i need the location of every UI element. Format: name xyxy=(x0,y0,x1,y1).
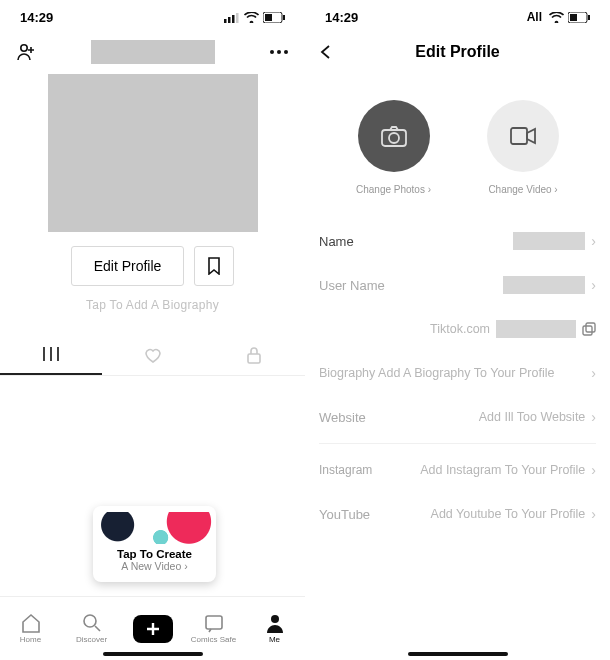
chevron-right-icon: › xyxy=(591,365,596,381)
inbox-icon xyxy=(204,613,224,633)
row-website[interactable]: Website Add Ill Too Website› xyxy=(319,395,596,439)
video-icon xyxy=(487,100,559,172)
value-name-redacted xyxy=(513,232,585,250)
edit-profile-screen: 14:29 All Edit Profile Change Photos › C… xyxy=(305,0,610,660)
svg-point-7 xyxy=(21,45,27,51)
copy-icon[interactable] xyxy=(582,322,596,336)
edit-profile-button[interactable]: Edit Profile xyxy=(71,246,185,286)
label-instagram: Instagram xyxy=(319,463,372,477)
label-tiktok: Tiktok.com xyxy=(430,322,490,336)
profile-header xyxy=(0,34,305,70)
nav-discover-label: Discover xyxy=(76,635,107,644)
value-tiktok-redacted xyxy=(496,320,576,338)
row-youtube[interactable]: YouTube Add Youtube To Your Profile› xyxy=(319,492,596,536)
svg-rect-5 xyxy=(265,14,272,21)
more-icon[interactable] xyxy=(269,49,289,55)
battery-icon xyxy=(263,12,285,23)
page-title: Edit Profile xyxy=(305,43,610,61)
row-name[interactable]: Name › xyxy=(319,219,596,263)
nav-discover[interactable]: Discover xyxy=(67,613,117,644)
battery-icon xyxy=(568,12,590,23)
person-icon xyxy=(266,613,284,633)
tab-private[interactable] xyxy=(203,334,305,375)
nav-me[interactable]: Me xyxy=(250,613,300,644)
divider xyxy=(319,443,596,444)
camera-icon xyxy=(358,100,430,172)
chevron-right-icon: › xyxy=(591,233,596,249)
svg-rect-0 xyxy=(224,19,227,23)
chevron-right-icon: › xyxy=(591,462,596,478)
media-pickers: Change Photos › Change Video › xyxy=(305,100,610,195)
tab-posts[interactable] xyxy=(0,334,102,375)
add-user-icon[interactable] xyxy=(16,42,36,62)
profile-media-redacted xyxy=(48,74,258,232)
nav-inbox[interactable]: Comics Safe xyxy=(189,613,239,644)
form-rows: Name › User Name › Tiktok.com Biography … xyxy=(305,219,610,439)
value-username-redacted xyxy=(503,276,585,294)
status-icons xyxy=(224,12,285,23)
row-biography[interactable]: Biography Add A Biography To Your Profil… xyxy=(319,351,596,395)
change-video-label: Change Video › xyxy=(488,184,557,195)
label-youtube: YouTube xyxy=(319,507,370,522)
value-bio: Add A Biography To Your Profile xyxy=(378,366,554,380)
add-bio-hint[interactable]: Tap To Add A Biography xyxy=(0,298,305,312)
tab-liked[interactable] xyxy=(102,334,204,375)
carrier-label: All xyxy=(527,10,542,24)
svg-point-10 xyxy=(284,50,288,54)
chevron-right-icon: › xyxy=(591,409,596,425)
svg-rect-6 xyxy=(283,15,285,20)
row-instagram[interactable]: Instagram Add Instagram To Your Profile› xyxy=(319,448,596,492)
tooltip-line2: A New Video › xyxy=(93,560,216,572)
status-bar: 14:29 xyxy=(0,0,305,34)
svg-point-8 xyxy=(270,50,274,54)
row-username[interactable]: User Name › xyxy=(319,263,596,307)
bottom-nav: Home Discover Comics Safe Me xyxy=(0,596,305,660)
svg-rect-16 xyxy=(570,14,577,21)
svg-rect-11 xyxy=(248,354,260,363)
nav-inbox-label: Comics Safe xyxy=(191,635,236,644)
create-video-tooltip[interactable]: Tap To Create A New Video › xyxy=(93,506,216,582)
svg-rect-1 xyxy=(228,17,231,23)
svg-point-9 xyxy=(277,50,281,54)
wifi-icon xyxy=(244,12,259,23)
back-icon[interactable] xyxy=(319,44,333,60)
nav-home[interactable]: Home xyxy=(6,613,56,644)
plus-icon xyxy=(133,615,173,643)
svg-rect-20 xyxy=(511,128,527,144)
nav-create[interactable] xyxy=(128,615,178,643)
svg-rect-17 xyxy=(588,15,590,20)
wifi-icon xyxy=(549,12,564,23)
status-time: 14:29 xyxy=(20,10,53,25)
search-icon xyxy=(82,613,102,633)
value-instagram: Add Instagram To Your Profile xyxy=(420,463,585,477)
change-photo[interactable]: Change Photos › xyxy=(356,100,431,195)
tooltip-art xyxy=(93,512,216,544)
profile-screen: 14:29 Edit Profile Tap To Add A Biograph… xyxy=(0,0,305,660)
svg-rect-2 xyxy=(232,15,235,23)
value-youtube: Add Youtube To Your Profile xyxy=(431,507,586,521)
chevron-right-icon: › xyxy=(591,277,596,293)
svg-point-19 xyxy=(389,133,399,143)
status-icons: All xyxy=(527,10,590,24)
row-tiktok-url[interactable]: Tiktok.com xyxy=(319,307,596,351)
nav-home-label: Home xyxy=(20,635,41,644)
chevron-right-icon: › xyxy=(591,506,596,522)
change-photo-label: Change Photos › xyxy=(356,184,431,195)
value-website: Add Ill Too Website xyxy=(479,410,586,424)
label-username: User Name xyxy=(319,278,385,293)
bookmark-button[interactable] xyxy=(194,246,234,286)
status-time: 14:29 xyxy=(325,10,358,25)
home-indicator xyxy=(103,652,203,656)
home-icon xyxy=(20,613,42,633)
username-redacted[interactable] xyxy=(91,40,215,64)
tooltip-line1: Tap To Create xyxy=(93,548,216,560)
change-video[interactable]: Change Video › xyxy=(487,100,559,195)
profile-tabs xyxy=(0,334,305,376)
label-website: Website xyxy=(319,410,366,425)
social-rows: Instagram Add Instagram To Your Profile›… xyxy=(305,448,610,468)
signal-icon xyxy=(224,12,240,23)
svg-rect-3 xyxy=(236,13,239,23)
svg-point-12 xyxy=(84,615,96,627)
nav-me-label: Me xyxy=(269,635,280,644)
status-bar: 14:29 All xyxy=(305,0,610,34)
